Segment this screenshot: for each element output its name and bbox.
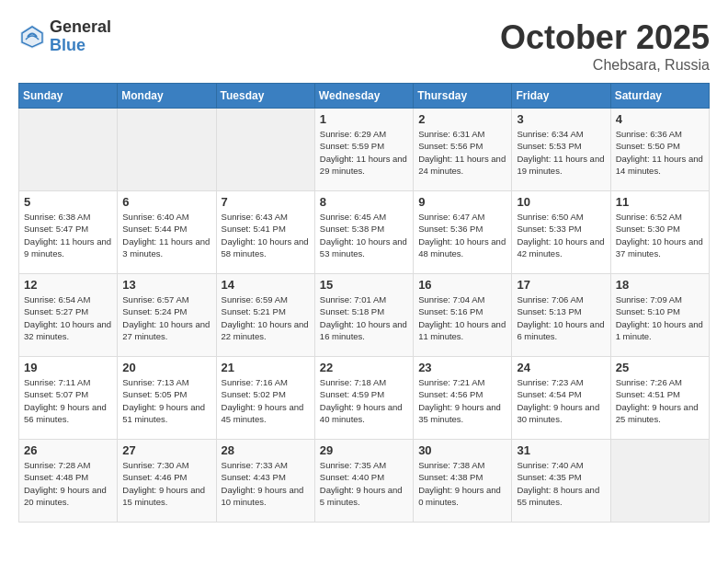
location: Chebsara, Russia [500, 57, 710, 74]
day-number: 27 [122, 443, 210, 457]
calendar-cell: 10Sunrise: 6:50 AM Sunset: 5:33 PM Dayli… [512, 191, 610, 274]
calendar-cell: 9Sunrise: 6:47 AM Sunset: 5:36 PM Daylig… [414, 191, 512, 274]
day-number: 22 [320, 361, 408, 374]
day-number: 4 [616, 112, 704, 126]
page-header: General Blue October 2025 Chebsara, Russ… [18, 18, 710, 74]
day-number: 21 [222, 361, 310, 374]
day-info: Sunrise: 6:50 AM Sunset: 5:33 PM Dayligh… [517, 211, 605, 259]
weekday-header: Friday [512, 84, 610, 109]
day-number: 24 [517, 361, 605, 374]
calendar-week-row: 19Sunrise: 7:11 AM Sunset: 5:07 PM Dayli… [19, 357, 710, 440]
calendar-cell: 25Sunrise: 7:26 AM Sunset: 4:51 PM Dayli… [610, 357, 709, 440]
calendar-body: 1Sunrise: 6:29 AM Sunset: 5:59 PM Daylig… [19, 109, 710, 523]
calendar-week-row: 12Sunrise: 6:54 AM Sunset: 5:27 PM Dayli… [19, 274, 710, 357]
day-info: Sunrise: 7:28 AM Sunset: 4:48 PM Dayligh… [24, 459, 112, 508]
calendar-cell: 24Sunrise: 7:23 AM Sunset: 4:54 PM Dayli… [512, 357, 610, 440]
calendar-cell: 14Sunrise: 6:59 AM Sunset: 5:21 PM Dayli… [216, 274, 314, 357]
calendar-cell: 5Sunrise: 6:38 AM Sunset: 5:47 PM Daylig… [19, 191, 118, 274]
day-info: Sunrise: 7:06 AM Sunset: 5:13 PM Dayligh… [517, 293, 605, 342]
day-number: 30 [418, 443, 506, 457]
day-info: Sunrise: 7:21 AM Sunset: 4:56 PM Dayligh… [418, 376, 506, 425]
day-number: 25 [616, 361, 704, 374]
day-number: 26 [24, 443, 112, 457]
title-block: October 2025 Chebsara, Russia [500, 18, 710, 74]
calendar-week-row: 5Sunrise: 6:38 AM Sunset: 5:47 PM Daylig… [19, 191, 710, 274]
day-info: Sunrise: 6:29 AM Sunset: 5:59 PM Dayligh… [320, 128, 408, 177]
day-info: Sunrise: 7:26 AM Sunset: 4:51 PM Dayligh… [616, 376, 704, 425]
calendar-cell: 19Sunrise: 7:11 AM Sunset: 5:07 PM Dayli… [19, 357, 118, 440]
day-number: 7 [222, 195, 310, 209]
calendar-cell: 23Sunrise: 7:21 AM Sunset: 4:56 PM Dayli… [414, 357, 512, 440]
day-info: Sunrise: 7:40 AM Sunset: 4:35 PM Dayligh… [517, 459, 605, 508]
day-number: 18 [616, 278, 704, 292]
day-number: 13 [122, 278, 210, 292]
calendar-cell [610, 440, 709, 523]
day-number: 28 [222, 443, 310, 457]
day-info: Sunrise: 7:01 AM Sunset: 5:18 PM Dayligh… [320, 293, 408, 342]
day-info: Sunrise: 6:59 AM Sunset: 5:21 PM Dayligh… [222, 293, 310, 342]
calendar-cell: 16Sunrise: 7:04 AM Sunset: 5:16 PM Dayli… [414, 274, 512, 357]
day-info: Sunrise: 7:11 AM Sunset: 5:07 PM Dayligh… [24, 376, 112, 425]
calendar-cell: 7Sunrise: 6:43 AM Sunset: 5:41 PM Daylig… [216, 191, 314, 274]
weekday-row: SundayMondayTuesdayWednesdayThursdayFrid… [19, 84, 710, 109]
day-info: Sunrise: 7:09 AM Sunset: 5:10 PM Dayligh… [616, 293, 704, 342]
calendar-cell: 1Sunrise: 6:29 AM Sunset: 5:59 PM Daylig… [314, 109, 413, 191]
calendar-cell: 17Sunrise: 7:06 AM Sunset: 5:13 PM Dayli… [512, 274, 610, 357]
calendar-table: SundayMondayTuesdayWednesdayThursdayFrid… [18, 83, 710, 523]
weekday-header: Wednesday [314, 84, 413, 109]
calendar-cell: 26Sunrise: 7:28 AM Sunset: 4:48 PM Dayli… [19, 440, 118, 523]
calendar-week-row: 1Sunrise: 6:29 AM Sunset: 5:59 PM Daylig… [19, 109, 710, 191]
day-number: 15 [320, 278, 408, 292]
day-info: Sunrise: 6:36 AM Sunset: 5:50 PM Dayligh… [616, 128, 704, 177]
logo-blue: Blue [50, 37, 111, 55]
day-number: 11 [616, 195, 704, 209]
day-info: Sunrise: 6:40 AM Sunset: 5:44 PM Dayligh… [122, 211, 210, 259]
weekday-header: Saturday [610, 84, 709, 109]
day-info: Sunrise: 7:13 AM Sunset: 5:05 PM Dayligh… [122, 376, 210, 425]
day-info: Sunrise: 7:18 AM Sunset: 4:59 PM Dayligh… [320, 376, 408, 425]
calendar-cell [19, 109, 118, 191]
calendar-cell: 8Sunrise: 6:45 AM Sunset: 5:38 PM Daylig… [314, 191, 413, 274]
day-number: 19 [24, 361, 112, 374]
calendar-cell: 13Sunrise: 6:57 AM Sunset: 5:24 PM Dayli… [118, 274, 216, 357]
weekday-header: Tuesday [216, 84, 314, 109]
calendar-cell: 2Sunrise: 6:31 AM Sunset: 5:56 PM Daylig… [414, 109, 512, 191]
day-number: 14 [222, 278, 310, 292]
calendar-cell: 3Sunrise: 6:34 AM Sunset: 5:53 PM Daylig… [512, 109, 610, 191]
calendar-cell: 6Sunrise: 6:40 AM Sunset: 5:44 PM Daylig… [118, 191, 216, 274]
day-number: 5 [24, 195, 112, 209]
day-info: Sunrise: 7:23 AM Sunset: 4:54 PM Dayligh… [517, 376, 605, 425]
month-title: October 2025 [500, 18, 710, 57]
day-info: Sunrise: 6:45 AM Sunset: 5:38 PM Dayligh… [320, 211, 408, 259]
calendar-cell: 15Sunrise: 7:01 AM Sunset: 5:18 PM Dayli… [314, 274, 413, 357]
day-info: Sunrise: 6:47 AM Sunset: 5:36 PM Dayligh… [418, 211, 506, 259]
day-info: Sunrise: 7:38 AM Sunset: 4:38 PM Dayligh… [418, 459, 506, 508]
day-info: Sunrise: 7:04 AM Sunset: 5:16 PM Dayligh… [418, 293, 506, 342]
weekday-header: Monday [118, 84, 216, 109]
logo-icon [18, 23, 46, 51]
calendar-header: SundayMondayTuesdayWednesdayThursdayFrid… [19, 84, 710, 109]
day-number: 9 [418, 195, 506, 209]
day-info: Sunrise: 7:35 AM Sunset: 4:40 PM Dayligh… [320, 459, 408, 508]
weekday-header: Thursday [414, 84, 512, 109]
logo: General Blue [18, 18, 111, 55]
calendar-cell: 18Sunrise: 7:09 AM Sunset: 5:10 PM Dayli… [610, 274, 709, 357]
calendar-cell: 30Sunrise: 7:38 AM Sunset: 4:38 PM Dayli… [414, 440, 512, 523]
day-number: 3 [517, 112, 605, 126]
day-number: 23 [418, 361, 506, 374]
calendar-cell: 4Sunrise: 6:36 AM Sunset: 5:50 PM Daylig… [610, 109, 709, 191]
day-info: Sunrise: 6:57 AM Sunset: 5:24 PM Dayligh… [122, 293, 210, 342]
day-number: 8 [320, 195, 408, 209]
day-number: 10 [517, 195, 605, 209]
day-info: Sunrise: 7:33 AM Sunset: 4:43 PM Dayligh… [222, 459, 310, 508]
day-info: Sunrise: 7:30 AM Sunset: 4:46 PM Dayligh… [122, 459, 210, 508]
day-number: 6 [122, 195, 210, 209]
calendar-cell [216, 109, 314, 191]
day-number: 12 [24, 278, 112, 292]
day-info: Sunrise: 6:43 AM Sunset: 5:41 PM Dayligh… [222, 211, 310, 259]
calendar-cell: 22Sunrise: 7:18 AM Sunset: 4:59 PM Dayli… [314, 357, 413, 440]
day-info: Sunrise: 6:34 AM Sunset: 5:53 PM Dayligh… [517, 128, 605, 177]
logo-general: General [50, 18, 111, 37]
day-number: 2 [418, 112, 506, 126]
weekday-header: Sunday [19, 84, 118, 109]
